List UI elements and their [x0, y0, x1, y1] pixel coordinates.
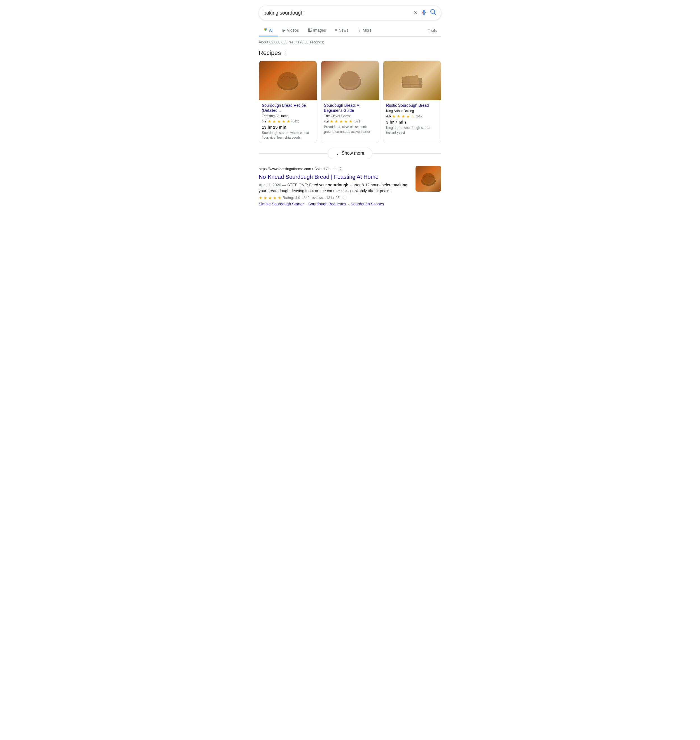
recipe-card-body-3: Rustic Sourdough Bread King Arthur Bakin…: [383, 100, 441, 138]
rating-number-1: 4.9: [262, 119, 266, 123]
clear-search-icon[interactable]: ✕: [413, 10, 418, 16]
results-count: About 62,800,000 results (0.60 seconds): [259, 40, 441, 44]
search-bar: ✕: [259, 6, 441, 20]
more-tab-icon: ⋮: [357, 28, 361, 32]
star-2-5: ★: [349, 119, 353, 124]
recipe-card-source-3: King Arthur Baking: [386, 109, 438, 113]
recipes-header: Recipes ⋮: [259, 49, 441, 57]
result-snippet-end: your bread dough -leaving it out on the …: [259, 189, 391, 193]
result-snippet-plain-1: — STEP ONE: Feed your: [282, 183, 328, 187]
result-link-3[interactable]: Sourdough Scones: [351, 202, 384, 206]
recipe-card-source-2: The Clever Carrot: [324, 114, 376, 118]
recipe-cards: Sourdough Bread Recipe (Detailed... Feas…: [259, 60, 441, 143]
result-options-icon[interactable]: ⋮: [338, 166, 343, 172]
result-review-count: 849 reviews: [303, 196, 323, 200]
tab-images[interactable]: 🖼 Images: [303, 25, 330, 36]
result-star-5: ★: [278, 196, 281, 200]
result-rating-separator: ·: [301, 196, 302, 200]
recipe-card-image-1: [259, 61, 317, 100]
result-snippet: Apr 11, 2020 — STEP ONE: Feed your sourd…: [259, 182, 411, 194]
recipe-stars-2: 4.9 ★ ★ ★ ★ ★ (521): [324, 119, 376, 124]
result-link-sep-2: ·: [348, 202, 349, 206]
result-time: 13 hr 25 min: [326, 196, 346, 200]
star-1-1: ★: [268, 119, 271, 124]
recipe-card-2[interactable]: Sourdough Bread: A Beginner's Guide The …: [321, 60, 379, 143]
result-url: https://www.feastingathome.com › Baked G…: [259, 166, 411, 172]
search-submit-icon[interactable]: [430, 9, 437, 17]
organic-result-content: https://www.feastingathome.com › Baked G…: [259, 166, 411, 206]
result-url-text: https://www.feastingathome.com › Baked G…: [259, 167, 336, 171]
result-rating-number: 4.9: [295, 196, 300, 200]
recipe-time-1: 13 hr 25 min: [262, 125, 314, 130]
rating-count-1: (849): [291, 119, 299, 123]
svg-rect-16: [410, 75, 419, 87]
microphone-icon[interactable]: [421, 9, 427, 17]
rating-number-2: 4.9: [324, 119, 329, 123]
star-3-3: ★: [401, 114, 405, 118]
svg-point-13: [341, 71, 359, 87]
result-link-sep-1: ·: [306, 202, 307, 206]
rating-number-3: 4.6: [386, 114, 391, 118]
recipe-time-3: 3 hr 7 min: [386, 119, 438, 124]
tab-more[interactable]: ⋮ More: [353, 25, 376, 36]
svg-point-10: [279, 72, 296, 87]
result-star-4: ★: [273, 196, 276, 200]
result-link-2[interactable]: Sourdough Baguettes: [308, 202, 346, 206]
svg-line-4: [434, 13, 436, 15]
result-star-3: ★: [268, 196, 272, 200]
star-1-3: ★: [277, 119, 281, 124]
result-snippet-bold-1: sourdough: [328, 183, 348, 187]
svg-rect-0: [423, 10, 425, 13]
tab-videos[interactable]: ▶ Videos: [278, 25, 303, 36]
recipe-card-title-1: Sourdough Bread Recipe (Detailed...: [262, 103, 314, 113]
recipes-section: Recipes ⋮ Sourdough Bread Recipe (Detail…: [259, 49, 441, 159]
result-star-1: ★: [259, 196, 262, 200]
recipe-card-image-2: [321, 61, 379, 100]
svg-point-22: [423, 173, 434, 183]
rating-count-3: (649): [416, 114, 424, 118]
star-3-4: ★: [406, 114, 410, 118]
star-1-5: ★: [287, 119, 290, 124]
result-title[interactable]: No-Knead Sourdough Bread | Feasting At H…: [259, 173, 411, 180]
recipe-card-title-2: Sourdough Bread: A Beginner's Guide: [324, 103, 376, 113]
images-tab-icon: 🖼: [308, 28, 312, 32]
result-link-1[interactable]: Simple Sourdough Starter: [259, 202, 304, 206]
tab-images-label: Images: [313, 28, 326, 32]
result-star-2: ★: [263, 196, 267, 200]
result-snippet-bold-2: making: [394, 183, 407, 187]
show-more-button[interactable]: ⌄ Show more: [328, 147, 372, 159]
recipe-card-image-3: [383, 61, 441, 100]
result-time-separator: ·: [324, 196, 325, 200]
recipe-card-body-1: Sourdough Bread Recipe (Detailed... Feas…: [259, 100, 317, 143]
star-2-1: ★: [330, 119, 334, 124]
star-2-3: ★: [339, 119, 343, 124]
all-tab-icon: [263, 28, 268, 33]
recipe-ingredients-3: King arthur, sourdough starter, instant …: [386, 125, 438, 135]
show-more-container: ⌄ Show more: [259, 147, 441, 159]
svg-point-7: [265, 29, 266, 31]
recipe-card-3[interactable]: Rustic Sourdough Bread King Arthur Bakin…: [383, 60, 441, 143]
star-3-5: ☆: [411, 114, 415, 118]
result-rating-text: Rating:: [282, 196, 294, 200]
tab-all[interactable]: All: [259, 25, 278, 37]
star-1-4: ★: [282, 119, 285, 124]
show-more-label: Show more: [341, 151, 364, 156]
star-3-1: ★: [392, 114, 396, 118]
star-2-2: ★: [335, 119, 338, 124]
star-2-4: ★: [344, 119, 348, 124]
search-input[interactable]: [263, 10, 410, 16]
tab-news[interactable]: ≡ News: [330, 25, 353, 36]
nav-tabs: All ▶ Videos 🖼 Images ≡ News ⋮ More Tool…: [259, 25, 441, 37]
recipe-ingredients-2: Bread flour, olive oil, sea salt, ground…: [324, 125, 376, 134]
videos-tab-icon: ▶: [282, 28, 285, 32]
tools-button[interactable]: Tools: [423, 25, 441, 35]
recipe-ingredients-1: Sourdough starter, whole wheat flour, ri…: [262, 131, 314, 140]
recipe-stars-3: 4.6 ★ ★ ★ ★ ☆ (649): [386, 114, 438, 118]
recipes-options-icon[interactable]: ⋮: [283, 50, 289, 56]
recipe-stars-1: 4.9 ★ ★ ★ ★ ★ (849): [262, 119, 314, 124]
tab-videos-label: Videos: [287, 28, 299, 32]
chevron-down-icon: ⌄: [336, 151, 339, 156]
recipe-card-1[interactable]: Sourdough Bread Recipe (Detailed... Feas…: [259, 60, 317, 143]
tab-more-label: More: [363, 28, 372, 32]
organic-result: https://www.feastingathome.com › Baked G…: [259, 166, 441, 206]
